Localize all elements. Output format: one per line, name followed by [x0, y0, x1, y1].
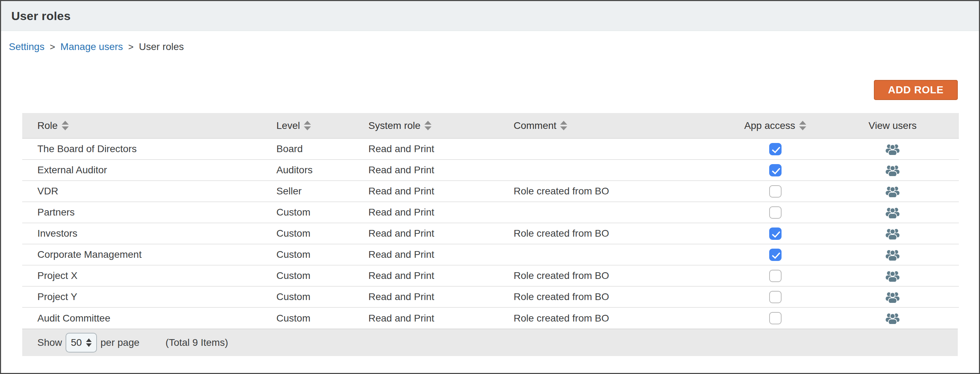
role-cell: The Board of Directors	[22, 138, 261, 160]
roles-table: Role Level System role Comment	[22, 113, 958, 356]
app-access-checkbox[interactable]	[769, 206, 781, 219]
app-access-checkbox[interactable]	[769, 249, 781, 261]
view-users-button[interactable]	[886, 271, 900, 282]
view-users-button[interactable]	[886, 228, 900, 239]
breadcrumb-settings-link[interactable]: Settings	[9, 41, 45, 52]
total-items-label: (Total 9 Items)	[166, 337, 228, 348]
page-size-value: 50	[71, 337, 82, 348]
view-users-button[interactable]	[886, 313, 900, 324]
role-cell: Audit Committee	[22, 307, 261, 328]
system-role-cell: Read and Print	[353, 307, 498, 328]
breadcrumb-separator: >	[128, 41, 134, 52]
system-role-cell: Read and Print	[353, 202, 498, 223]
users-group-icon	[886, 207, 900, 218]
role-cell: Project Y	[22, 286, 261, 307]
role-cell: Project X	[22, 265, 261, 286]
comment-cell	[498, 138, 724, 160]
show-label: Show	[37, 337, 62, 348]
table-row: Project Y Custom Read and Print Role cre…	[22, 286, 959, 307]
level-cell: Custom	[261, 286, 353, 307]
column-header-level[interactable]: Level	[261, 113, 353, 138]
comment-cell: Role created from BO	[498, 307, 724, 328]
page-header: User roles	[1, 1, 979, 31]
per-page-label: per page	[100, 337, 140, 348]
level-cell: Custom	[261, 223, 353, 244]
comment-cell	[498, 244, 724, 265]
role-cell: Investors	[22, 223, 261, 244]
sort-arrows-icon	[799, 121, 806, 130]
table-row: Corporate Management Custom Read and Pri…	[22, 244, 959, 265]
level-cell: Custom	[261, 244, 353, 265]
column-header-system-role[interactable]: System role	[353, 113, 498, 138]
table-row: Project X Custom Read and Print Role cre…	[22, 265, 959, 286]
app-access-checkbox[interactable]	[769, 185, 781, 198]
column-header-view-users: View users	[826, 113, 959, 138]
table-row: Audit Committee Custom Read and Print Ro…	[22, 307, 959, 328]
sort-arrows-icon	[425, 121, 431, 130]
column-label: View users	[869, 120, 916, 132]
view-users-button[interactable]	[886, 249, 900, 261]
breadcrumb-manage-users-link[interactable]: Manage users	[60, 41, 123, 52]
system-role-cell: Read and Print	[353, 138, 498, 160]
page-title: User roles	[11, 9, 70, 23]
view-users-button[interactable]	[886, 144, 900, 155]
column-header-comment[interactable]: Comment	[498, 113, 724, 138]
column-header-app-access[interactable]: App access	[724, 113, 826, 138]
level-cell: Custom	[261, 265, 353, 286]
role-cell: External Auditor	[22, 160, 261, 181]
level-cell: Custom	[261, 202, 353, 223]
table-header: Role Level System role Comment	[22, 113, 959, 138]
level-cell: Seller	[261, 181, 353, 202]
users-group-icon	[886, 292, 900, 303]
add-role-button[interactable]: ADD ROLE	[874, 80, 958, 100]
system-role-cell: Read and Print	[353, 181, 498, 202]
role-cell: Corporate Management	[22, 244, 261, 265]
level-cell: Auditors	[261, 160, 353, 181]
app-access-checkbox[interactable]	[769, 143, 781, 155]
users-group-icon	[886, 271, 900, 282]
sort-arrows-icon	[62, 121, 69, 130]
view-users-button[interactable]	[886, 165, 900, 176]
pagination-bar: Show 50 per page (Total 9 Items)	[22, 328, 958, 356]
spinner-arrows-icon	[86, 338, 92, 347]
comment-cell: Role created from BO	[498, 223, 724, 244]
column-label: Role	[37, 120, 58, 132]
role-cell: VDR	[22, 181, 261, 202]
comment-cell: Role created from BO	[498, 286, 724, 307]
table-row: External Auditor Auditors Read and Print	[22, 160, 959, 181]
level-cell: Board	[261, 138, 353, 160]
user-roles-page: User roles Settings > Manage users > Use…	[0, 0, 980, 374]
app-access-checkbox[interactable]	[769, 228, 781, 240]
view-users-button[interactable]	[886, 186, 900, 197]
comment-cell: Role created from BO	[498, 265, 724, 286]
table-body: The Board of Directors Board Read and Pr…	[22, 138, 959, 328]
users-group-icon	[886, 186, 900, 197]
table-row: The Board of Directors Board Read and Pr…	[22, 138, 959, 160]
users-group-icon	[886, 313, 900, 324]
level-cell: Custom	[261, 307, 353, 328]
app-access-checkbox[interactable]	[769, 312, 781, 324]
sort-arrows-icon	[560, 121, 567, 130]
view-users-button[interactable]	[886, 207, 900, 218]
users-group-icon	[886, 144, 900, 155]
view-users-button[interactable]	[886, 292, 900, 303]
column-label: App access	[744, 120, 795, 132]
table-row: Partners Custom Read and Print	[22, 202, 959, 223]
breadcrumb: Settings > Manage users > User roles	[9, 41, 979, 52]
system-role-cell: Read and Print	[353, 160, 498, 181]
app-access-checkbox[interactable]	[769, 164, 781, 176]
page-size-select[interactable]: 50	[65, 333, 97, 352]
comment-cell	[498, 160, 724, 181]
users-group-icon	[886, 228, 900, 239]
app-access-checkbox[interactable]	[769, 291, 781, 303]
system-role-cell: Read and Print	[353, 223, 498, 244]
users-group-icon	[886, 249, 900, 261]
app-access-checkbox[interactable]	[769, 270, 781, 282]
system-role-cell: Read and Print	[353, 286, 498, 307]
column-label: System role	[368, 120, 420, 132]
breadcrumb-separator: >	[50, 41, 55, 52]
breadcrumb-current: User roles	[139, 41, 184, 52]
column-header-role[interactable]: Role	[22, 113, 261, 138]
system-role-cell: Read and Print	[353, 265, 498, 286]
users-group-icon	[886, 165, 900, 176]
